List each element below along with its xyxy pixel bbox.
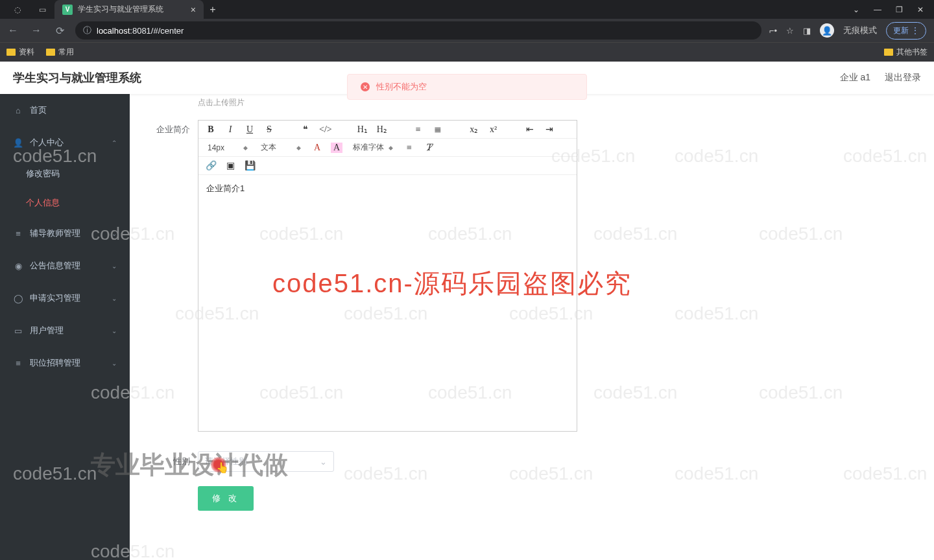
close-tab-icon[interactable]: × (191, 5, 196, 15)
info-icon[interactable]: ⓘ (83, 25, 91, 36)
chevron-down-icon: ⌄ (112, 327, 117, 334)
error-toast: ✕ 性别不能为空 (347, 74, 587, 100)
cycle-icon: ◯ (13, 294, 23, 303)
chevron-down-icon: ⌄ (112, 295, 117, 302)
bulb-icon: ◉ (13, 261, 23, 271)
sidebar-item-apply[interactable]: ◯申请实习管理⌄ (0, 282, 130, 314)
bookmark-other[interactable]: 其他书签 (884, 47, 928, 58)
bold-button[interactable]: B (205, 124, 217, 135)
close-window-icon[interactable]: ✕ (917, 5, 924, 14)
list-icon: ≡ (13, 358, 23, 368)
rich-text-editor: B I U S ❝ </> H₁ H₂ ≡ ≣ x₂ x² (198, 120, 577, 432)
h2-button[interactable]: H₂ (376, 124, 388, 135)
ordered-list-button[interactable]: ≡ (413, 124, 424, 135)
row-intro: 企业简介 B I U S ❝ </> H₁ H₂ ≡ ≣ x (149, 120, 915, 432)
code-button[interactable]: </> (319, 124, 332, 135)
window-controls: ⌄ — ❐ ✕ (853, 5, 929, 14)
h1-button[interactable]: H₁ (357, 124, 368, 135)
sidebar-item-personal[interactable]: 👤个人中心⌃ (0, 126, 130, 159)
user-label[interactable]: 企业 a1 (840, 72, 870, 84)
chevron-down-icon: ⌄ (112, 230, 117, 237)
main-content: 点击上传照片 企业简介 B I U S ❝ </> H₁ H₂ ≡ ≣ (130, 94, 934, 560)
maximize-icon[interactable]: ❐ (896, 5, 903, 14)
nav-bar: ← → ⟳ ⓘ localhost:8081/#/center ⌐• ☆ ◨ 👤… (0, 19, 934, 42)
folder-icon (884, 49, 893, 56)
reload-button[interactable]: ⟳ (52, 25, 67, 37)
sidebar-item-teacher[interactable]: ≡辅导教师管理⌄ (0, 217, 130, 250)
bookmarks-bar: 资料 常用 其他书签 (0, 42, 934, 62)
list-icon: ≡ (13, 229, 23, 239)
tab-inactive-2[interactable]: ▭ (30, 0, 54, 19)
browser-tab-strip: ◌ ▭ V 学生实习与就业管理系统 × + ⌄ — ❐ ✕ (0, 0, 934, 19)
folder-icon (46, 49, 55, 56)
quote-button[interactable]: ❝ (300, 124, 311, 135)
tab-active[interactable]: V 学生实习与就业管理系统 × (54, 0, 204, 19)
tab-inactive-1[interactable]: ◌ (5, 0, 30, 19)
vue-favicon-icon: V (62, 5, 73, 15)
strike-button[interactable]: S (263, 124, 275, 135)
sidebar-item-notice[interactable]: ◉公告信息管理⌄ (0, 250, 130, 282)
submit-button[interactable]: 修 改 (198, 486, 254, 511)
clear-format-button[interactable]: T̷ (423, 142, 435, 153)
error-icon: ✕ (361, 82, 370, 91)
save-button[interactable]: 💾 (244, 160, 256, 171)
image-button[interactable]: ▣ (224, 160, 236, 171)
back-button[interactable]: ← (5, 25, 21, 36)
font-size-select[interactable]: 14px◆ (205, 143, 250, 152)
link-button[interactable]: 🔗 (205, 160, 217, 171)
sidebar-item-user[interactable]: ▭用户管理⌄ (0, 314, 130, 347)
outdent-button[interactable]: ⇤ (524, 124, 536, 135)
user-icon: 👤 (13, 138, 23, 148)
url-text: localhost:8081/#/center (97, 26, 184, 36)
update-button[interactable]: 更新⋮ (886, 22, 926, 40)
sidebar-item-profile[interactable]: 个人信息 (0, 188, 130, 217)
toast-message: 性别不能为空 (376, 81, 427, 93)
font-family-select[interactable]: 标准字体◆ (350, 142, 396, 153)
align-button[interactable]: ≡ (403, 143, 415, 153)
sidebar-item-changepw[interactable]: 修改密码 (0, 159, 130, 188)
minimize-icon[interactable]: — (874, 5, 881, 14)
tab-title: 学生实习与就业管理系统 (78, 4, 163, 15)
folder-icon (6, 49, 16, 56)
intro-label: 企业简介 (149, 120, 198, 135)
chevron-down-icon: ⌄ (320, 457, 327, 467)
bookmark-ziliao[interactable]: 资料 (6, 47, 34, 58)
new-tab-button[interactable]: + (204, 4, 222, 16)
sidebar-item-home[interactable]: ⌂首页 (0, 94, 130, 126)
app-title: 学生实习与就业管理系统 (13, 70, 141, 86)
row-gender: 性别 请选择性别 ⌄ (149, 451, 915, 472)
star-icon[interactable]: ☆ (786, 26, 794, 36)
key-icon[interactable]: ⌐• (769, 26, 777, 36)
home-icon: ⌂ (13, 106, 23, 115)
unordered-list-button[interactable]: ≣ (432, 124, 444, 135)
superscript-button[interactable]: x² (488, 124, 499, 135)
underline-button[interactable]: U (244, 124, 256, 135)
subscript-button[interactable]: x₂ (468, 124, 480, 135)
chevron-down-icon[interactable]: ⌄ (853, 5, 859, 14)
chevron-down-icon: ⌄ (112, 360, 117, 367)
profile-form: 点击上传照片 企业简介 B I U S ❝ </> H₁ H₂ ≡ ≣ (130, 94, 934, 560)
extension-icon[interactable]: ◨ (803, 26, 811, 36)
italic-button[interactable]: I (224, 124, 236, 135)
editor-toolbar-2: 14px◆ 文本◆ A A 标准字体◆ ≡ T̷ (198, 139, 577, 157)
editor-content[interactable]: 企业简介1 (198, 175, 577, 431)
format-select[interactable]: 文本◆ (258, 142, 304, 153)
chevron-up-icon: ⌃ (112, 139, 117, 146)
chevron-down-icon: ⌄ (112, 262, 117, 270)
highlight-button[interactable]: A (331, 143, 342, 153)
bookmark-changyong[interactable]: 常用 (46, 47, 74, 58)
sidebar-item-job[interactable]: ≡职位招聘管理⌄ (0, 347, 130, 379)
forward-button[interactable]: → (29, 25, 44, 36)
editor-toolbar-3: 🔗 ▣ 💾 (198, 157, 577, 175)
incognito-label: 无痕模式 (843, 25, 877, 36)
incognito-icon: 👤 (820, 23, 834, 38)
gender-select[interactable]: 请选择性别 ⌄ (198, 451, 334, 472)
text-color-button[interactable]: A (311, 143, 323, 153)
indent-button[interactable]: ⇥ (544, 124, 555, 135)
editor-toolbar-1: B I U S ❝ </> H₁ H₂ ≡ ≣ x₂ x² (198, 121, 577, 139)
logout-link[interactable]: 退出登录 (885, 72, 921, 84)
url-bar[interactable]: ⓘ localhost:8081/#/center (75, 21, 761, 40)
sidebar: ⌂首页 👤个人中心⌃ 修改密码 个人信息 ≡辅导教师管理⌄ ◉公告信息管理⌄ ◯… (0, 94, 130, 560)
users-icon: ▭ (13, 326, 23, 336)
gender-label: 性别 (149, 456, 198, 467)
